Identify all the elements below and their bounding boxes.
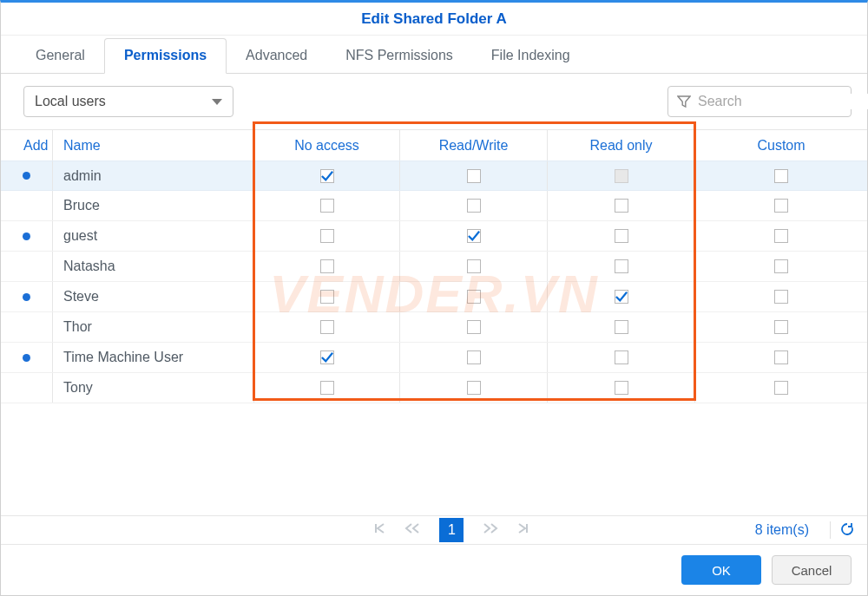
tab-file-indexing[interactable]: File Indexing bbox=[472, 39, 589, 73]
cell-no-access bbox=[254, 161, 400, 190]
item-count: 8 item(s) bbox=[755, 522, 821, 538]
checkbox-read-only[interactable] bbox=[615, 320, 628, 334]
checkbox-read-write[interactable] bbox=[467, 290, 481, 304]
added-dot-icon bbox=[23, 233, 30, 240]
user-type-dropdown[interactable]: Local users bbox=[23, 86, 233, 117]
cell-added-indicator bbox=[1, 252, 53, 281]
pager-prev-icon[interactable] bbox=[404, 522, 420, 538]
dialog-title: Edit Shared Folder A bbox=[361, 10, 507, 28]
tab-strip: GeneralPermissionsAdvancedNFS Permission… bbox=[1, 36, 867, 74]
checkbox-no-access[interactable] bbox=[320, 229, 334, 243]
cell-name: Natasha bbox=[53, 252, 254, 281]
grid-body: adminBruceguestNatashaSteveThorTime Mach… bbox=[1, 160, 867, 403]
cell-read-write bbox=[400, 373, 548, 403]
checkbox-no-access[interactable] bbox=[320, 259, 334, 273]
checkbox-no-access[interactable] bbox=[320, 169, 334, 183]
table-row[interactable]: Bruce bbox=[1, 191, 867, 221]
added-dot-icon bbox=[23, 293, 30, 301]
checkbox-custom[interactable] bbox=[774, 290, 788, 304]
cell-name: admin bbox=[53, 161, 254, 190]
ok-button[interactable]: OK bbox=[681, 555, 761, 585]
checkbox-read-only[interactable] bbox=[615, 199, 628, 213]
checkbox-custom[interactable] bbox=[774, 199, 788, 213]
col-header-no-access[interactable]: No access bbox=[254, 130, 400, 160]
cell-no-access bbox=[254, 191, 400, 220]
checkbox-no-access[interactable] bbox=[320, 350, 334, 364]
col-header-custom[interactable]: Custom bbox=[695, 130, 867, 160]
cell-read-write bbox=[400, 312, 548, 342]
cell-no-access bbox=[254, 252, 400, 281]
added-dot-icon bbox=[23, 354, 30, 362]
cell-no-access bbox=[254, 221, 400, 251]
refresh-button[interactable] bbox=[839, 521, 855, 540]
pager-next-icon[interactable] bbox=[483, 522, 498, 538]
cell-no-access bbox=[254, 373, 400, 403]
checkbox-read-write[interactable] bbox=[467, 320, 481, 334]
permissions-grid: Add Name No access Read/Write Read only … bbox=[1, 129, 867, 403]
table-row[interactable]: Thor bbox=[1, 312, 867, 343]
checkbox-read-write[interactable] bbox=[467, 350, 481, 364]
checkbox-no-access[interactable] bbox=[320, 320, 334, 334]
checkbox-read-write[interactable] bbox=[467, 381, 481, 395]
checkbox-custom[interactable] bbox=[774, 320, 788, 334]
pager-first-icon[interactable] bbox=[373, 522, 385, 538]
checkbox-custom[interactable] bbox=[774, 169, 788, 183]
pager-last-icon[interactable] bbox=[517, 522, 529, 538]
checkbox-read-write[interactable] bbox=[467, 169, 481, 183]
checkbox-custom[interactable] bbox=[774, 381, 788, 395]
checkbox-no-access[interactable] bbox=[320, 290, 334, 304]
checkbox-read-only bbox=[615, 169, 628, 183]
table-row[interactable]: Steve bbox=[1, 282, 867, 312]
table-row[interactable]: guest bbox=[1, 221, 867, 252]
checkbox-read-only[interactable] bbox=[615, 259, 628, 273]
toolbar: Local users bbox=[1, 74, 867, 129]
checkbox-read-only[interactable] bbox=[615, 381, 628, 395]
checkbox-read-write[interactable] bbox=[467, 229, 481, 243]
cell-read-only bbox=[548, 161, 695, 190]
titlebar: Edit Shared Folder A bbox=[1, 3, 867, 36]
table-row[interactable]: Natasha bbox=[1, 252, 867, 282]
cancel-button[interactable]: Cancel bbox=[772, 555, 852, 585]
cell-read-write bbox=[400, 252, 548, 281]
cell-custom bbox=[695, 373, 867, 403]
search-box[interactable] bbox=[667, 86, 852, 117]
checkbox-read-only[interactable] bbox=[615, 229, 628, 243]
dropdown-selected-label: Local users bbox=[35, 94, 106, 109]
checkbox-custom[interactable] bbox=[774, 259, 788, 273]
dialog-actions: OK Cancel bbox=[681, 555, 852, 585]
checkbox-custom[interactable] bbox=[774, 350, 788, 364]
separator bbox=[830, 521, 831, 539]
cell-custom bbox=[695, 252, 867, 281]
cell-no-access bbox=[254, 343, 400, 372]
cell-name: Steve bbox=[53, 282, 254, 311]
col-header-add[interactable]: Add bbox=[1, 130, 53, 160]
checkbox-custom[interactable] bbox=[774, 229, 788, 243]
col-header-read-write[interactable]: Read/Write bbox=[400, 130, 548, 160]
table-row[interactable]: Time Machine User bbox=[1, 343, 867, 373]
cell-name: Thor bbox=[53, 312, 254, 342]
checkbox-read-write[interactable] bbox=[467, 199, 481, 213]
tab-advanced[interactable]: Advanced bbox=[227, 39, 326, 73]
checkbox-read-only[interactable] bbox=[615, 350, 628, 364]
cell-added-indicator bbox=[1, 191, 53, 220]
tab-general[interactable]: General bbox=[16, 39, 104, 73]
table-row[interactable]: Tony bbox=[1, 373, 867, 403]
tab-nfs-permissions[interactable]: NFS Permissions bbox=[326, 39, 472, 73]
pager: 1 bbox=[1, 518, 755, 542]
col-header-read-only[interactable]: Read only bbox=[548, 130, 695, 160]
tab-permissions[interactable]: Permissions bbox=[104, 38, 227, 74]
cell-read-only bbox=[548, 221, 695, 251]
pager-current-page[interactable]: 1 bbox=[439, 518, 464, 542]
grid-footer: 1 8 item(s) bbox=[1, 515, 867, 545]
checkbox-no-access[interactable] bbox=[320, 381, 334, 395]
checkbox-no-access[interactable] bbox=[320, 199, 334, 213]
cell-read-write bbox=[400, 161, 548, 190]
cell-added-indicator bbox=[1, 282, 53, 311]
col-header-name[interactable]: Name bbox=[53, 130, 254, 160]
cell-no-access bbox=[254, 312, 400, 342]
table-row[interactable]: admin bbox=[1, 160, 867, 191]
search-input[interactable] bbox=[698, 94, 868, 109]
checkbox-read-only[interactable] bbox=[615, 290, 628, 304]
checkbox-read-write[interactable] bbox=[467, 259, 481, 273]
cell-read-write bbox=[400, 282, 548, 311]
